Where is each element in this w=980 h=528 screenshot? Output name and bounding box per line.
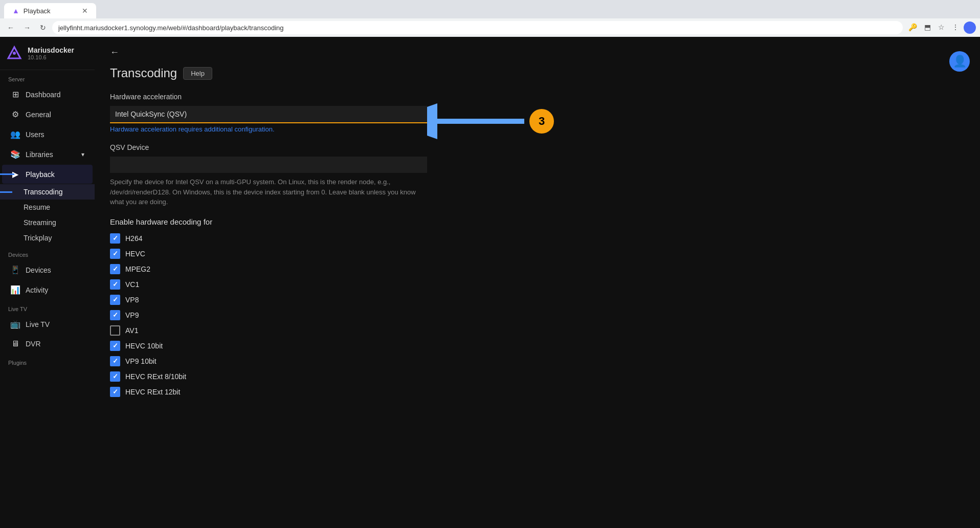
app-name: Mariusdocker [28, 46, 74, 54]
browser-tab-active[interactable]: ▲ Playback ✕ [4, 3, 96, 18]
check-icon: ✓ [113, 372, 118, 380]
check-icon: ✓ [113, 296, 118, 303]
codec-checkbox-h264[interactable]: ✓ [110, 233, 120, 244]
sidebar-item-playback[interactable]: ▶ Playback 1 [2, 165, 93, 184]
sidebar-item-users[interactable]: 👥 Users [2, 125, 93, 144]
codec-checkbox-vp910bit[interactable]: ✓ [110, 356, 120, 366]
page-title: Transcoding [110, 66, 177, 80]
codec-item-vp910bit: ✓VP9 10bit [110, 356, 965, 366]
sidebar-item-dvr[interactable]: 🖥 DVR [2, 335, 93, 353]
tab-favicon: ▲ [12, 7, 19, 15]
nav-back-button[interactable]: ← [4, 21, 17, 34]
browser-chrome: ▲ Playback ✕ ← → ↻ 🔑 ⬒ ☆ ⋮ [0, 0, 980, 37]
sidebar-label-streaming: Streaming [24, 218, 56, 227]
codec-checkbox-vp9[interactable]: ✓ [110, 310, 120, 320]
sidebar-item-livetv[interactable]: 📺 Live TV [2, 315, 93, 334]
codec-label-vp9: VP9 [125, 311, 139, 319]
app-info: Mariusdocker 10.10.6 [28, 46, 74, 60]
check-icon: ✓ [113, 388, 118, 395]
codec-label-vp8: VP8 [125, 296, 139, 304]
sidebar-label-users: Users [26, 130, 44, 139]
page-header: Transcoding Help [110, 66, 965, 80]
cast-icon[interactable]: ⬒ [922, 21, 933, 34]
sidebar-item-general[interactable]: ⚙ General [2, 105, 93, 124]
hw-decode-label: Enable hardware decoding for [110, 217, 965, 226]
general-icon: ⚙ [10, 109, 20, 119]
check-icon: ✓ [113, 342, 118, 349]
libraries-icon: 📚 [10, 149, 20, 159]
qsv-device-section: QSV Device Specify the device for Intel … [110, 143, 965, 207]
hardware-accel-section: Hardware acceleration 3 [110, 93, 965, 133]
codec-label-mpeg2: MPEG2 [125, 265, 150, 273]
codec-checkbox-hevc[interactable]: ✓ [110, 249, 120, 259]
check-icon: ✓ [113, 234, 118, 242]
codec-checkbox-hevcext810[interactable]: ✓ [110, 371, 120, 382]
codec-checkbox-hevcext12[interactable]: ✓ [110, 387, 120, 397]
libraries-chevron-icon: ▾ [81, 151, 84, 158]
sidebar-label-libraries: Libraries [26, 150, 53, 159]
hw-decode-section: Enable hardware decoding for ✓H264✓HEVC✓… [110, 217, 965, 397]
codec-checkbox-vp8[interactable]: ✓ [110, 295, 120, 305]
sidebar: Mariusdocker 10.10.6 Server ⊞ Dashboard … [0, 37, 95, 528]
codec-checkbox-vc1[interactable]: ✓ [110, 279, 120, 290]
app-container: Mariusdocker 10.10.6 Server ⊞ Dashboard … [0, 37, 980, 528]
sidebar-sub-item-trickplay[interactable]: Trickplay [0, 230, 95, 246]
user-icon: 👤 [953, 55, 967, 68]
sidebar-sub-item-resume[interactable]: Resume [0, 200, 95, 215]
codec-checkbox-hevc10bit[interactable]: ✓ [110, 341, 120, 351]
tab-title: Playback [24, 7, 51, 15]
sidebar-item-libraries[interactable]: 📚 Libraries ▾ [2, 145, 93, 164]
qsv-device-input[interactable] [110, 157, 427, 173]
sidebar-label-general: General [26, 111, 51, 119]
browser-tabs: ▲ Playback ✕ [0, 0, 980, 18]
bookmark-icon[interactable]: ☆ [936, 21, 947, 34]
annotation-badge-3: 3 [529, 109, 554, 134]
users-icon: 👥 [10, 129, 20, 139]
dvr-icon: 🖥 [10, 339, 20, 348]
sidebar-item-activity[interactable]: 📊 Activity [2, 280, 93, 299]
codec-checkbox-av1[interactable] [110, 325, 120, 336]
sidebar-label-trickplay: Trickplay [24, 234, 52, 242]
codec-label-h264: H264 [125, 234, 142, 243]
browser-toolbar: ← → ↻ 🔑 ⬒ ☆ ⋮ [0, 18, 980, 37]
app-logo [6, 45, 23, 61]
sidebar-label-transcoding: Transcoding [24, 188, 63, 196]
check-icon: ✓ [113, 357, 118, 365]
activity-icon: 📊 [10, 285, 20, 295]
help-button[interactable]: Help [183, 67, 212, 80]
user-avatar-top[interactable]: 👤 [949, 51, 970, 72]
nav-refresh-button[interactable]: ↻ [37, 21, 49, 34]
address-bar[interactable] [52, 21, 903, 34]
sidebar-label-dashboard: Dashboard [26, 91, 61, 99]
lock-icon: 🔑 [906, 21, 920, 34]
hardware-accel-input[interactable] [110, 106, 427, 123]
sidebar-sub-item-streaming[interactable]: Streaming [0, 215, 95, 230]
livetv-section-label: Live TV [0, 300, 95, 314]
devices-icon: 📱 [10, 265, 20, 275]
sidebar-item-dashboard[interactable]: ⊞ Dashboard [2, 85, 93, 104]
sidebar-sub-item-transcoding[interactable]: Transcoding 2 [0, 184, 95, 200]
check-icon: ✓ [113, 311, 118, 319]
codec-label-hevcext810: HEVC RExt 8/10bit [125, 372, 186, 381]
sidebar-label-resume: Resume [24, 203, 50, 211]
back-button[interactable]: ← [110, 47, 119, 58]
profile-avatar[interactable] [964, 21, 976, 34]
sidebar-label-playback: Playback [26, 170, 55, 179]
codec-item-hevcext12: ✓HEVC RExt 12bit [110, 387, 965, 397]
nav-forward-button[interactable]: → [20, 21, 34, 34]
codec-item-vc1: ✓VC1 [110, 279, 965, 290]
codec-item-vp9: ✓VP9 [110, 310, 965, 320]
check-icon: ✓ [113, 265, 118, 273]
menu-icon[interactable]: ⋮ [949, 21, 962, 34]
check-icon: ✓ [113, 280, 118, 288]
check-icon: ✓ [113, 250, 118, 257]
codec-item-vp8: ✓VP8 [110, 295, 965, 305]
codec-checkbox-mpeg2[interactable]: ✓ [110, 264, 120, 274]
codec-label-hevc: HEVC [125, 250, 145, 258]
codec-label-hevcext12: HEVC RExt 12bit [125, 388, 180, 396]
sidebar-item-devices[interactable]: 📱 Devices [2, 260, 93, 279]
tab-close-button[interactable]: ✕ [82, 7, 88, 15]
codec-item-mpeg2: ✓MPEG2 [110, 264, 965, 274]
app-version: 10.10.6 [28, 54, 74, 60]
dashboard-icon: ⊞ [10, 90, 20, 99]
